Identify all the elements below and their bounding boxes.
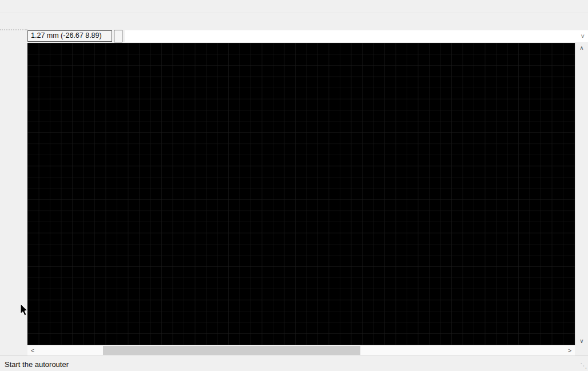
coordinate-bar: 1.27 mm (-26.67 8.89) ˅	[0, 29, 588, 43]
palette-handle	[0, 29, 27, 43]
command-line-input[interactable]: ˅	[125, 30, 588, 42]
tool-palette	[0, 43, 27, 345]
coordinate-display: 1.27 mm (-26.67 8.89)	[27, 30, 112, 42]
scroll-up-arrow[interactable]: ∧	[575, 43, 588, 52]
main-toolbar	[0, 13, 588, 29]
chevron-down-icon[interactable]: ˅	[581, 33, 585, 40]
status-message: Start the autorouter	[5, 360, 69, 369]
horizontal-scrollbar[interactable]: < >	[27, 345, 575, 356]
board-canvas[interactable]	[27, 43, 575, 345]
vertical-scrollbar[interactable]: ∧ ∨	[575, 43, 588, 345]
scroll-right-arrow[interactable]: >	[565, 347, 575, 354]
scroll-down-arrow[interactable]: ∨	[575, 336, 588, 345]
hscroll-thumb[interactable]	[103, 346, 360, 355]
pcb-drawing	[27, 43, 575, 345]
scroll-left-arrow[interactable]: <	[27, 347, 38, 354]
menu-bar	[0, 0, 588, 13]
coordinate-mini-box	[114, 30, 122, 42]
resize-grip: ⋱	[580, 362, 587, 370]
status-bar: Start the autorouter ⋱	[0, 356, 588, 371]
